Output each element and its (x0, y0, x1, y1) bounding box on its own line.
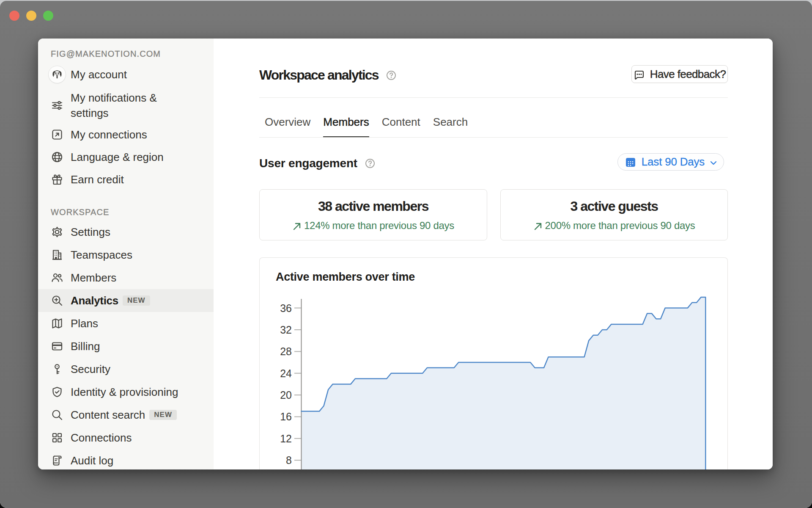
trend-up-arrow-icon (292, 222, 300, 230)
calendar-icon (625, 156, 636, 168)
tab-members[interactable]: Members (323, 116, 369, 138)
active-guests-stat-card: 3 active guests 200% more than previous … (500, 189, 728, 240)
settings-window: FIG@MAKENOTION.COM (38, 39, 773, 469)
people-icon (51, 271, 63, 284)
analytics-main-panel: Workspace analytics (214, 39, 773, 469)
settings-sidebar: FIG@MAKENOTION.COM (38, 39, 214, 469)
magnifier-plus-icon (51, 294, 63, 307)
sidebar-item-language-region[interactable]: Language & region (38, 146, 214, 168)
active-members-chart-card: Active members over time 363228242016128 (259, 257, 728, 469)
sidebar-item-label: Billing (71, 339, 100, 354)
sidebar-item-my-notifications-settings[interactable]: My notifications & settings (38, 86, 214, 123)
key-icon (51, 363, 63, 375)
analytics-tabs: Overview Members Content Search (265, 116, 480, 138)
sidebar-item-connections[interactable]: Connections (38, 426, 214, 449)
zoom-window-button[interactable] (43, 11, 53, 21)
sidebar-item-label: Teamspaces (71, 247, 132, 262)
new-badge: NEW (149, 410, 177, 420)
question-circle-icon[interactable] (365, 158, 375, 168)
map-icon (51, 317, 63, 330)
active-guests-delta: 200% more than previous 90 days (545, 220, 695, 232)
active-members-value: 38 active members (318, 199, 428, 214)
user-engagement-title: User engagement (259, 157, 357, 170)
feedback-bubble-icon (634, 69, 645, 80)
close-window-button[interactable] (9, 11, 19, 21)
sidebar-item-settings[interactable]: Settings (38, 221, 214, 243)
globe-icon (51, 151, 63, 163)
sidebar-item-identity-provisioning[interactable]: Identity & provisioning (38, 381, 214, 403)
header-divider (259, 97, 728, 98)
have-feedback-label: Have feedback? (650, 68, 726, 81)
y-axis-tick-label: 24 (266, 368, 292, 379)
sidebar-item-label: Analytics (71, 293, 118, 308)
y-axis-tick-label: 12 (266, 433, 292, 444)
page-header: Workspace analytics (259, 67, 396, 83)
sidebar-item-my-connections[interactable]: My connections (38, 123, 214, 146)
sidebar-item-label: Earn credit (71, 172, 124, 187)
y-axis-tick-label: 32 (266, 324, 292, 335)
workspace-nav-group: Settings Teamspaces (38, 221, 214, 469)
gift-icon (51, 173, 63, 186)
y-axis-tick-label: 20 (266, 389, 292, 400)
tab-content[interactable]: Content (382, 116, 420, 138)
new-badge: NEW (123, 295, 150, 306)
y-axis-tick-label: 8 (266, 455, 292, 466)
window-controls (9, 11, 53, 21)
workspace-section-label: WORKSPACE (51, 207, 201, 216)
sidebar-item-teamspaces[interactable]: Teamspaces (38, 243, 214, 266)
sidebar-item-plans[interactable]: Plans (38, 312, 214, 335)
date-range-label: Last 90 Days (642, 155, 705, 168)
sidebar-item-analytics[interactable]: Analytics NEW (38, 289, 214, 312)
sidebar-item-label: My account (71, 67, 127, 82)
magnifier-icon (51, 409, 63, 421)
grid-icon (51, 431, 63, 444)
tab-overview[interactable]: Overview (265, 116, 310, 138)
sidebar-item-content-search[interactable]: Content search NEW (38, 403, 214, 426)
building-icon (51, 248, 63, 261)
sidebar-item-security[interactable]: Security (38, 358, 214, 381)
sidebar-item-billing[interactable]: Billing (38, 335, 214, 358)
sidebar-item-label: Settings (71, 224, 110, 240)
tab-search[interactable]: Search (433, 116, 468, 138)
stat-delta-row: 200% more than previous 90 days (533, 220, 695, 232)
sidebar-item-label: Identity & provisioning (71, 384, 178, 400)
active-guests-value: 3 active guests (571, 199, 658, 214)
sidebar-item-audit-log[interactable]: Audit log (38, 449, 214, 469)
y-axis-tick-label: 16 (266, 411, 292, 422)
account-email-label: FIG@MAKENOTION.COM (51, 50, 201, 58)
y-axis-tick-label: 36 (266, 303, 292, 314)
shield-check-icon (51, 386, 63, 398)
minimize-window-button[interactable] (26, 11, 36, 21)
sidebar-item-label: Language & region (71, 149, 164, 165)
have-feedback-button[interactable]: Have feedback? (631, 65, 728, 83)
sidebar-item-label: Plans (71, 316, 98, 331)
active-members-delta: 124% more than previous 90 days (304, 220, 454, 232)
gear-icon (51, 226, 63, 238)
chevron-down-icon (710, 161, 717, 165)
trend-up-arrow-icon (533, 222, 541, 230)
sliders-icon (51, 99, 63, 112)
y-axis-tick-label: 28 (266, 346, 292, 357)
tabs-divider (259, 137, 728, 138)
sidebar-item-earn-credit[interactable]: Earn credit (38, 168, 214, 190)
user-engagement-header: User engagement (259, 157, 375, 170)
stat-delta-row: 124% more than previous 90 days (292, 220, 454, 232)
arrow-up-right-square-icon (51, 128, 63, 141)
sidebar-item-label: My connections (71, 127, 147, 142)
sidebar-item-label: Security (71, 362, 110, 377)
sidebar-item-my-account[interactable]: My account (38, 63, 214, 86)
sidebar-item-label: Members (71, 270, 116, 285)
date-range-dropdown[interactable]: Last 90 Days (617, 153, 724, 171)
page-title: Workspace analytics (259, 67, 379, 83)
sidebar-item-label: Content search (71, 407, 145, 422)
user-avatar (49, 66, 66, 83)
sidebar-item-members[interactable]: Members (38, 266, 214, 289)
sidebar-item-label: Audit log (71, 453, 113, 468)
desktop-background: FIG@MAKENOTION.COM (0, 0, 812, 508)
sidebar-item-label: My notifications & settings (71, 90, 181, 121)
area-chart (260, 258, 728, 469)
credit-card-icon (51, 340, 63, 353)
question-circle-icon[interactable] (386, 70, 396, 80)
sidebar-item-label: Connections (71, 430, 132, 445)
scroll-icon (51, 454, 63, 467)
